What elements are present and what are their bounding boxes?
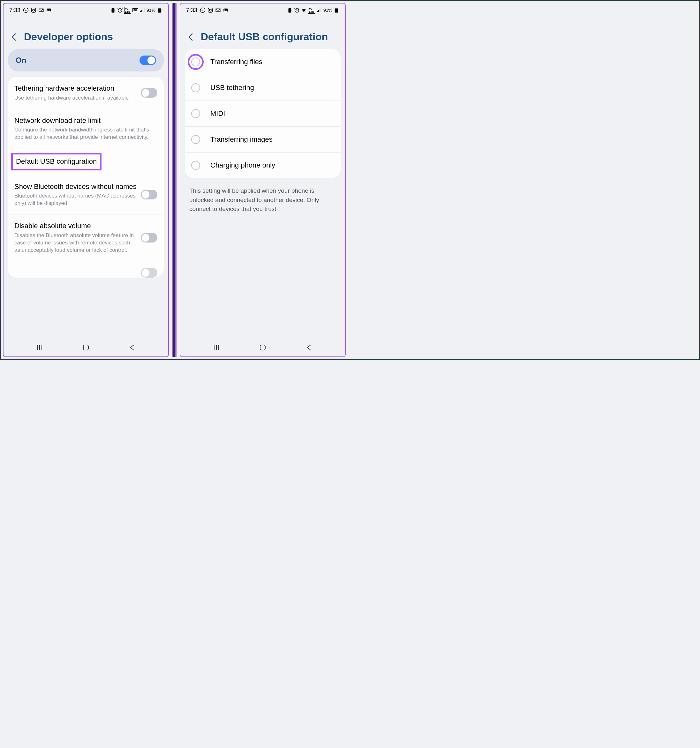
svg-rect-23	[336, 8, 337, 9]
svg-rect-10	[159, 8, 161, 9]
whatsapp-icon	[23, 8, 29, 13]
svg-rect-7	[112, 8, 114, 9]
status-bar: 7:33 VoLTE 5G 91%	[3, 3, 168, 16]
option-usb-tethering[interactable]: USB tethering	[185, 75, 341, 101]
master-toggle-label: On	[16, 56, 26, 65]
radio-label: Transferring files	[210, 58, 262, 66]
svg-point-2	[33, 9, 35, 11]
svg-rect-14	[208, 8, 213, 12]
phone-screen-2: 7:33 VoLTE 91% Default USB configuration	[180, 3, 346, 357]
setting-toggle[interactable]	[141, 268, 157, 278]
5g-icon: 5G	[132, 8, 138, 12]
nav-recents[interactable]	[212, 344, 221, 352]
radio-label: Charging phone only	[210, 161, 275, 169]
setting-desc: Use tethering hardware acceleration if a…	[14, 94, 137, 102]
setting-title: Disable absolute volume	[14, 222, 137, 231]
instagram-icon	[207, 8, 213, 13]
svg-rect-11	[158, 9, 161, 9]
option-midi[interactable]: MIDI	[185, 101, 341, 127]
battery-percent: 91%	[323, 8, 332, 13]
page-title: Developer options	[24, 31, 113, 43]
battery-icon	[333, 8, 339, 13]
radio-label: Transferring images	[210, 135, 272, 144]
image-divider	[172, 3, 177, 357]
radio-icon	[191, 135, 200, 144]
instagram-icon	[30, 8, 37, 13]
gmail-icon	[215, 8, 221, 13]
option-transferring-files[interactable]: Transferring files	[185, 49, 341, 75]
header: Default USB configuration	[180, 16, 345, 49]
svg-rect-12	[83, 345, 88, 350]
battery-icon	[157, 8, 163, 13]
master-toggle-switch[interactable]	[140, 56, 156, 65]
setting-toggle[interactable]	[141, 233, 157, 243]
nav-recents[interactable]	[35, 344, 44, 352]
signal-icon	[140, 8, 145, 13]
battery-saver-icon	[110, 8, 116, 13]
nav-home[interactable]	[259, 344, 267, 352]
svg-rect-19	[288, 8, 291, 13]
status-time: 7:33	[186, 7, 197, 14]
setting-toggle[interactable]	[141, 190, 157, 199]
battery-saver-icon	[287, 8, 293, 13]
battery-percent: 91%	[146, 8, 155, 13]
setting-absolute-volume[interactable]: Disable absolute volume Disables the Blu…	[8, 214, 164, 261]
svg-rect-24	[335, 9, 338, 9]
svg-point-16	[211, 9, 212, 9]
radio-icon	[191, 109, 200, 118]
setting-bluetooth-names[interactable]: Show Bluetooth devices without names Blu…	[8, 175, 164, 214]
nav-back[interactable]	[305, 344, 313, 352]
setting-partial[interactable]	[8, 261, 164, 278]
setting-title: Tethering hardware acceleration	[14, 84, 137, 93]
phone-screen-1: 7:33 VoLTE 5G 91% Developer options On	[3, 3, 169, 357]
header: Developer options	[3, 16, 168, 49]
radio-icon	[191, 161, 200, 170]
radio-label: MIDI	[210, 109, 225, 118]
svg-rect-6	[111, 8, 114, 13]
setting-desc: Disables the Bluetooth absolute volume f…	[14, 232, 137, 254]
image-icon	[46, 8, 52, 13]
setting-network-rate[interactable]: Network download rate limit Configure th…	[8, 109, 164, 148]
master-toggle-card[interactable]: On	[8, 49, 164, 71]
back-button[interactable]	[9, 33, 18, 41]
back-button[interactable]	[186, 33, 195, 41]
svg-point-13	[201, 8, 205, 13]
volte-icon: VoLTE	[308, 7, 315, 14]
setting-tethering-hw[interactable]: Tethering hardware acceleration Use teth…	[8, 77, 164, 109]
gmail-icon	[38, 8, 44, 13]
setting-title: Network download rate limit	[14, 116, 154, 125]
nav-bar	[3, 339, 168, 356]
svg-rect-25	[260, 345, 265, 350]
nav-bar	[180, 339, 345, 356]
radio-icon	[191, 58, 200, 66]
alarm-icon	[117, 8, 123, 13]
nav-home[interactable]	[82, 344, 90, 352]
alarm-icon	[294, 8, 300, 13]
wifi-icon	[301, 8, 307, 13]
status-time: 7:33	[9, 7, 20, 14]
option-transferring-images[interactable]: Transferring images	[185, 127, 341, 152]
nav-back[interactable]	[128, 344, 136, 352]
setting-desc: Configure the network bandwidth ingress …	[14, 126, 154, 141]
setting-title: Default USB configuration	[11, 153, 102, 170]
setting-toggle[interactable]	[141, 88, 157, 98]
setting-title: Show Bluetooth devices without names	[14, 182, 137, 192]
whatsapp-icon	[200, 8, 205, 13]
page-title: Default USB configuration	[201, 31, 328, 43]
usb-options-list: Transferring files USB tethering MIDI Tr…	[185, 49, 341, 178]
svg-point-18	[224, 9, 225, 10]
svg-rect-1	[31, 8, 36, 12]
radio-icon	[191, 83, 200, 92]
svg-point-15	[209, 9, 211, 11]
svg-rect-20	[289, 8, 291, 9]
image-icon	[223, 8, 228, 13]
setting-default-usb[interactable]: Default USB configuration	[8, 148, 164, 175]
svg-point-5	[47, 9, 48, 10]
info-text: This setting will be applied when your p…	[180, 178, 345, 222]
volte-icon: VoLTE	[124, 7, 131, 14]
svg-point-3	[35, 9, 35, 9]
radio-label: USB tethering	[210, 84, 254, 92]
status-bar: 7:33 VoLTE 91%	[180, 3, 345, 16]
option-charging-only[interactable]: Charging phone only	[185, 152, 341, 178]
setting-desc: Bluetooth devices without names (MAC add…	[14, 192, 137, 207]
